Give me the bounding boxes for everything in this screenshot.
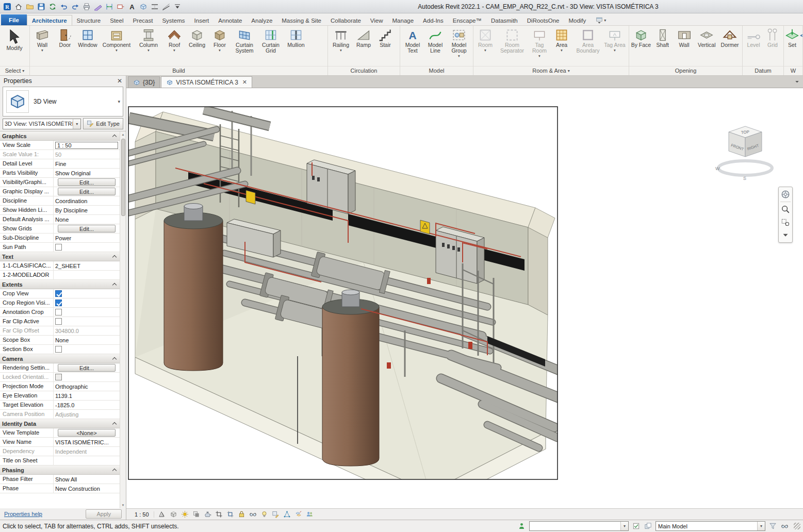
scroll-down-icon[interactable]: ▼: [122, 502, 125, 508]
type-selector[interactable]: 3D View ▾: [3, 87, 123, 117]
thin-lines-icon[interactable]: [160, 1, 171, 12]
panel-caption[interactable]: Datum: [743, 66, 783, 75]
sun-path-icon[interactable]: [180, 510, 190, 519]
tool-sh[interactable]: Sh: [799, 27, 803, 48]
viewcube[interactable]: W S TOP FRONT RIGHT: [714, 124, 776, 181]
property-value[interactable]: Edit...: [54, 178, 120, 187]
property-value[interactable]: [54, 308, 120, 317]
measure-icon[interactable]: [92, 1, 103, 12]
property-value[interactable]: Power: [54, 234, 120, 242]
checkbox[interactable]: [55, 290, 62, 297]
ribbon-tab-modify[interactable]: Modify: [564, 15, 591, 25]
checkbox[interactable]: [55, 374, 62, 380]
ribbon-tab-structure[interactable]: Structure: [72, 15, 106, 25]
property-value[interactable]: Show All: [54, 475, 120, 484]
panel-caption[interactable]: Model: [400, 66, 473, 75]
tool-modify[interactable]: Modify: [1, 27, 28, 51]
property-value[interactable]: 50: [54, 150, 120, 159]
tool-railing[interactable]: Railing▾: [329, 27, 353, 53]
reveal-hidden-icon[interactable]: [259, 510, 269, 519]
checkbox[interactable]: [55, 309, 62, 315]
panel-caption[interactable]: Circulation: [328, 66, 400, 75]
property-value[interactable]: 1139.1: [54, 391, 120, 400]
redo-icon[interactable]: [70, 1, 80, 12]
tool-wall[interactable]: Wall: [674, 27, 695, 48]
tool-set[interactable]: Set: [785, 27, 799, 48]
ribbon-tab-insert[interactable]: Insert: [190, 15, 214, 25]
property-value[interactable]: Edit...: [54, 224, 120, 233]
active-workset-select[interactable]: ▾: [529, 521, 629, 531]
property-value[interactable]: Independent: [54, 447, 120, 456]
tool-curtain-grid[interactable]: Curtain Grid: [258, 27, 284, 54]
property-value[interactable]: 2_SHEET: [54, 261, 120, 270]
property-button[interactable]: Edit...: [58, 225, 116, 232]
tool-model-text[interactable]: AModel Text: [401, 27, 424, 54]
property-button[interactable]: <None>: [58, 429, 116, 437]
chevron-down-icon[interactable]: [780, 229, 791, 241]
tool-area[interactable]: Area▾: [551, 27, 572, 53]
section-header-text[interactable]: Text: [0, 252, 120, 261]
tool-door[interactable]: Door: [54, 27, 76, 48]
text-icon[interactable]: A: [126, 1, 137, 12]
displacement-icon[interactable]: [293, 510, 303, 519]
property-value[interactable]: Show Original: [54, 169, 120, 177]
property-value[interactable]: [54, 243, 120, 252]
property-value[interactable]: Orthographic: [54, 382, 120, 391]
ribbon-tab-steel[interactable]: Steel: [105, 15, 128, 25]
section-header-camera[interactable]: Camera: [0, 354, 120, 363]
worksharing-icon[interactable]: [305, 510, 315, 519]
print-icon[interactable]: [81, 1, 92, 12]
tool-wall[interactable]: Wall▾: [31, 27, 54, 53]
edit-type-button[interactable]: Edit Type: [83, 118, 123, 129]
view-scale-button[interactable]: 1 : 50: [134, 511, 154, 518]
tag-icon[interactable]: [115, 1, 126, 12]
section-header-graphics[interactable]: Graphics: [0, 131, 120, 141]
crop-region-icon[interactable]: [225, 510, 235, 519]
ribbon-tab-view[interactable]: View: [366, 15, 388, 25]
property-button[interactable]: Edit...: [58, 178, 116, 186]
scrollbar-thumb[interactable]: [121, 139, 125, 216]
tool-vertical[interactable]: Vertical: [695, 27, 718, 48]
tool-by-face[interactable]: By Face: [630, 27, 652, 48]
ribbon-display-toggle[interactable]: ▾: [596, 16, 606, 24]
tool-shaft[interactable]: Shaft: [652, 27, 674, 48]
select-glasses-icon[interactable]: [780, 522, 789, 530]
revit-logo-icon[interactable]: R: [2, 1, 12, 12]
close-icon[interactable]: ✕: [117, 77, 122, 85]
design-options-icon[interactable]: [644, 522, 652, 530]
zoom-icon[interactable]: [780, 204, 791, 215]
dimension-icon[interactable]: [104, 1, 114, 12]
ribbon-tab-enscape[interactable]: Enscape™: [448, 15, 486, 25]
checkbox[interactable]: [55, 300, 62, 306]
property-value[interactable]: [54, 289, 120, 298]
ribbon-tab-precast[interactable]: Precast: [128, 15, 157, 25]
instance-selector[interactable]: 3D View: VISTA ISOMÉTRIC ▾: [3, 119, 81, 129]
ribbon-tab-massing-site[interactable]: Massing & Site: [277, 15, 326, 25]
view-tab-vista-isom-trica-3[interactable]: VISTA ISOMÉTRICA 3✕: [161, 76, 252, 88]
property-value[interactable]: VISTA ISOMÉTRIC...: [54, 438, 120, 446]
tool-stair[interactable]: Stair: [374, 27, 396, 48]
ribbon-tab-file[interactable]: File: [1, 14, 27, 25]
render-icon[interactable]: [203, 510, 212, 519]
ribbon-tab-add-ins[interactable]: Add-Ins: [418, 15, 448, 25]
property-value[interactable]: [54, 317, 120, 326]
home-icon[interactable]: [13, 1, 24, 12]
property-button[interactable]: Edit...: [58, 364, 116, 372]
tool-curtain-system[interactable]: Curtain System: [231, 27, 258, 54]
worksharing-user-icon[interactable]: [517, 522, 526, 530]
property-input[interactable]: 1 : 50: [55, 142, 118, 149]
property-value[interactable]: By Discipline: [54, 206, 120, 214]
ribbon-tab-manage[interactable]: Manage: [388, 15, 419, 25]
sync-icon[interactable]: [47, 1, 58, 12]
checkbox[interactable]: [55, 346, 62, 353]
hide-isolate-icon[interactable]: [248, 510, 258, 519]
open-icon[interactable]: [24, 1, 35, 12]
tool-mullion[interactable]: Mullion: [284, 27, 308, 48]
close-tab-icon[interactable]: ✕: [242, 79, 247, 86]
tool-floor[interactable]: Floor▾: [208, 27, 231, 53]
temp-view-icon[interactable]: [271, 510, 281, 519]
drawing-area[interactable]: W S TOP FRONT RIGHT: [126, 88, 803, 508]
analytical-icon[interactable]: [282, 510, 292, 519]
panel-caption[interactable]: W: [784, 66, 802, 75]
filter-icon[interactable]: [768, 522, 777, 530]
